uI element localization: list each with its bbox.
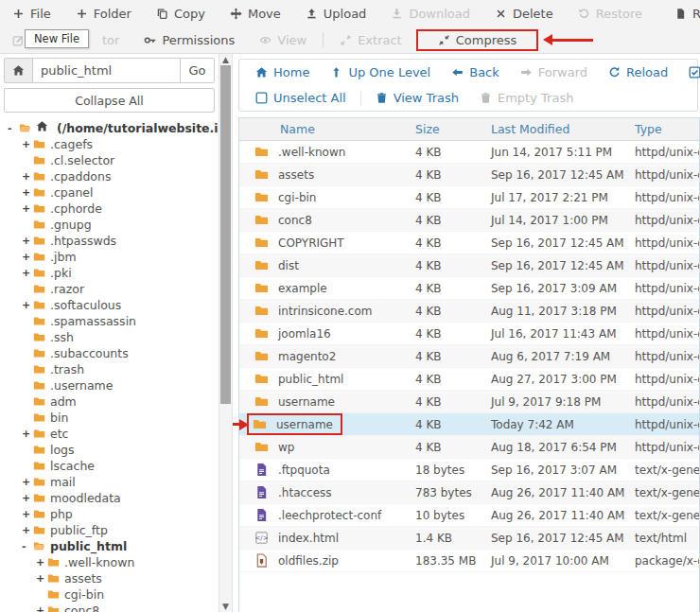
- tree-item-subaccounts[interactable]: .subaccounts: [4, 345, 215, 361]
- tree-item-public-ftp[interactable]: +public_ftp: [4, 522, 215, 538]
- upload-button[interactable]: Upload: [293, 7, 379, 21]
- expand-toggle-icon[interactable]: +: [22, 265, 33, 281]
- tree-item-mail[interactable]: +mail: [4, 474, 215, 490]
- compress-button[interactable]: Compress: [426, 33, 530, 47]
- file-row-cgi-bin[interactable]: cgi-bin4 KBJul 17, 2017 2:21 PMhttpd/uni…: [239, 186, 699, 209]
- up-one-level-button[interactable]: Up One Level: [320, 65, 441, 79]
- view-trash-button[interactable]: View Trash: [365, 91, 469, 105]
- tree-item-etc[interactable]: +etc: [4, 426, 215, 442]
- move-button[interactable]: Move: [218, 7, 293, 21]
- tree-item-spamassassin[interactable]: .spamassassin: [4, 313, 215, 329]
- expand-toggle-icon[interactable]: +: [22, 297, 33, 313]
- expand-toggle-icon[interactable]: +: [22, 490, 33, 506]
- expand-toggle-icon[interactable]: +: [22, 136, 33, 152]
- go-button[interactable]: Go: [180, 59, 214, 82]
- tree-item-well-known[interactable]: +.well-known: [4, 554, 215, 570]
- file-row-example[interactable]: example4 KBSep 16, 2017 3:09 AMhttpd/uni…: [239, 277, 699, 300]
- scroll-up-icon[interactable]: ▲: [219, 54, 232, 65]
- tree-item-cagefs[interactable]: +.cagefs: [4, 136, 215, 152]
- file-row-wp[interactable]: wp4 KBAug 18, 2017 6:54 PMhttpd/unix-dir…: [239, 436, 699, 459]
- folder-button[interactable]: Folder: [63, 7, 144, 21]
- tree-item-adm[interactable]: adm: [4, 393, 215, 410]
- tree-item-bin[interactable]: bin: [4, 410, 215, 426]
- file-row-conc8[interactable]: conc84 KBJul 14, 2017 1:00 PMhttpd/unix-…: [239, 209, 699, 232]
- collapse-toggle-icon[interactable]: -: [8, 120, 19, 136]
- header-last-modified[interactable]: Last Modified: [491, 122, 635, 136]
- tree-item-username[interactable]: .username: [4, 377, 215, 393]
- tree-item-cpanel[interactable]: +.cpanel: [4, 184, 215, 201]
- select-all-button[interactable]: Select All: [678, 65, 700, 79]
- tree-item-moodledata[interactable]: +moodledata: [4, 490, 215, 506]
- tree-item-pki[interactable]: +.pki: [4, 265, 215, 281]
- file-rows: .well-known4 KBJun 14, 2017 5:11 PMhttpd…: [239, 141, 699, 572]
- rename-button[interactable]: Rename: [662, 7, 700, 21]
- file-row-username[interactable]: username4 KBToday 7:42 AMhttpd/unix-dire…: [239, 413, 699, 436]
- expand-toggle-icon[interactable]: +: [36, 603, 47, 612]
- expand-toggle-icon[interactable]: +: [22, 506, 33, 522]
- tree-item-gnupg[interactable]: .gnupg: [4, 217, 215, 233]
- expand-toggle-icon[interactable]: +: [22, 426, 33, 442]
- file-row-htaccess[interactable]: .htaccess783 bytesAug 26, 2017 11:40 AMt…: [239, 481, 699, 504]
- expand-toggle-icon[interactable]: +: [22, 184, 33, 201]
- tree-item-cl-selector[interactable]: .cl.selector: [4, 152, 215, 168]
- file-row-magento2[interactable]: magento24 KBAug 6, 2017 7:19 AMhttpd/uni…: [239, 345, 699, 368]
- tree-scrollbar[interactable]: ▲ ▼: [219, 54, 233, 612]
- copy-button[interactable]: Copy: [144, 7, 218, 21]
- tree-item-logs[interactable]: logs: [4, 442, 215, 458]
- tree-item-cphorde[interactable]: +.cphorde: [4, 201, 215, 217]
- file-row-joomla16[interactable]: joomla164 KBJul 16, 2017 11:43 AMhttpd/u…: [239, 323, 699, 345]
- expand-toggle-icon[interactable]: +: [36, 570, 47, 586]
- file-row-oldfiles-zip[interactable]: oldfiles.zip183.35 MBJul 9, 2017 10:00 A…: [239, 550, 699, 572]
- expand-toggle-icon[interactable]: +: [22, 249, 33, 265]
- tree-item-lscache[interactable]: lscache: [4, 458, 215, 474]
- tree-item-trash[interactable]: .trash: [4, 361, 215, 377]
- header-size[interactable]: Size: [415, 122, 491, 136]
- home-path-button[interactable]: [5, 59, 33, 82]
- tree-item-public-html[interactable]: -public_html: [4, 538, 215, 554]
- tree-item-cpaddons[interactable]: +.cpaddons: [4, 168, 215, 184]
- home-button-label: Home: [273, 65, 309, 79]
- tree-item-cgi-bin[interactable]: cgi-bin: [4, 586, 215, 603]
- tree-item-softaculous[interactable]: +.softaculous: [4, 297, 215, 313]
- file-row-dist[interactable]: dist4 KBSep 16, 2017 12:45 AMhttpd/unix-…: [239, 254, 699, 277]
- file-row-ftpquota[interactable]: .ftpquota18 bytesSep 16, 2017 3:07 AMtex…: [239, 459, 699, 481]
- delete-button[interactable]: Delete: [482, 7, 566, 21]
- file-row-username[interactable]: username4 KBJul 9, 2017 9:18 PMhttpd/uni…: [239, 391, 699, 413]
- back-button[interactable]: Back: [441, 65, 510, 79]
- header-name[interactable]: Name: [239, 122, 415, 136]
- permissions-button[interactable]: Permissions: [131, 33, 247, 47]
- expand-toggle-icon[interactable]: +: [36, 554, 47, 570]
- expand-toggle-icon[interactable]: +: [22, 168, 33, 184]
- file-button[interactable]: File: [0, 7, 63, 21]
- scrollbar-thumb[interactable]: [220, 65, 231, 404]
- file-row-public-html[interactable]: public_html4 KBAug 27, 2017 3:00 PMhttpd…: [239, 368, 699, 391]
- header-type[interactable]: Type: [635, 122, 699, 136]
- file-row-copyright[interactable]: COPYRIGHT4 KBSep 16, 2017 12:45 AMhttpd/…: [239, 232, 699, 254]
- tree-item-ssh[interactable]: .ssh: [4, 329, 215, 345]
- expand-toggle-icon[interactable]: +: [22, 233, 33, 249]
- expand-toggle-icon[interactable]: +: [22, 522, 33, 538]
- path-input[interactable]: [33, 59, 180, 82]
- scroll-down-icon[interactable]: ▼: [219, 601, 232, 612]
- unselect-all-button[interactable]: Unselect All: [245, 91, 357, 105]
- tree-item-php[interactable]: +php: [4, 506, 215, 522]
- file-row-well-known[interactable]: .well-known4 KBJun 14, 2017 5:11 PMhttpd…: [239, 141, 699, 164]
- tree-item-htpasswds[interactable]: +.htpasswds: [4, 233, 215, 249]
- collapse-toggle-icon[interactable]: -: [22, 538, 33, 554]
- tree-item-conc8[interactable]: +conc8: [4, 603, 215, 612]
- file-row-index-html[interactable]: </>index.html1.4 KBSep 16, 2017 12:45 AM…: [239, 527, 699, 550]
- tree-item-home-tutorialwebsite-in[interactable]: -(/home/tutorialwebsite.in): [4, 120, 215, 136]
- tree-item-assets[interactable]: +assets: [4, 570, 215, 586]
- collapse-all-button[interactable]: Collapse All: [4, 88, 215, 113]
- file-row-leechprotect-conf[interactable]: .leechprotect-conf10 bytesAug 26, 2017 1…: [239, 504, 699, 527]
- expand-toggle-icon[interactable]: +: [22, 474, 33, 490]
- cell-last-modified: Aug 27, 2017 3:00 PM: [491, 373, 635, 386]
- file-row-intrinsicone-com[interactable]: intrinsicone.com4 KBAug 11, 2017 3:18 PM…: [239, 300, 699, 323]
- file-row-assets[interactable]: assets4 KBSep 16, 2017 12:45 AMhttpd/uni…: [239, 164, 699, 186]
- tree-item-jbm[interactable]: +.jbm: [4, 249, 215, 265]
- expand-toggle-icon[interactable]: +: [22, 201, 33, 217]
- tree-item-razor[interactable]: .razor: [4, 281, 215, 297]
- unselect-all-button-label: Unselect All: [273, 91, 346, 105]
- home-button[interactable]: Home: [245, 65, 320, 79]
- reload-button[interactable]: Reload: [598, 65, 678, 79]
